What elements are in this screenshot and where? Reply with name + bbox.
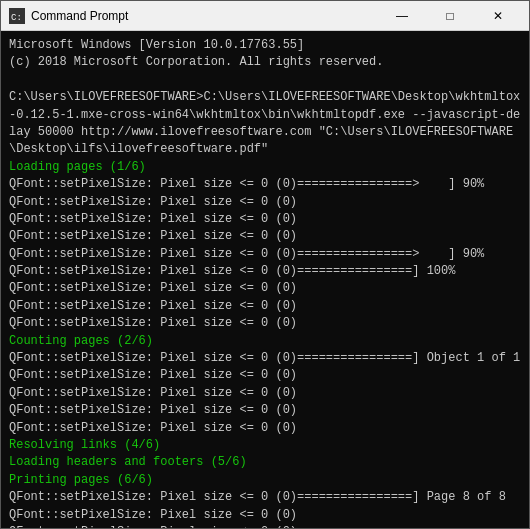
svg-text:C:: C: — [11, 13, 22, 23]
console-line: QFont::setPixelSize: Pixel size <= 0 (0)… — [9, 247, 484, 261]
console-line: Resolving links (4/6) — [9, 438, 160, 452]
console-line: QFont::setPixelSize: Pixel size <= 0 (0) — [9, 368, 297, 382]
window: C: Command Prompt — □ ✕ Microsoft Window… — [0, 0, 530, 529]
minimize-button[interactable]: — — [379, 1, 425, 31]
console-output: Microsoft Windows [Version 10.0.17763.55… — [1, 31, 529, 528]
console-line: QFont::setPixelSize: Pixel size <= 0 (0) — [9, 508, 297, 522]
console-line: QFont::setPixelSize: Pixel size <= 0 (0) — [9, 229, 297, 243]
console-line: Printing pages (6/6) — [9, 473, 153, 487]
window-title: Command Prompt — [31, 9, 379, 23]
close-button[interactable]: ✕ — [475, 1, 521, 31]
console-line: QFont::setPixelSize: Pixel size <= 0 (0) — [9, 421, 297, 435]
console-line: QFont::setPixelSize: Pixel size <= 0 (0)… — [9, 264, 455, 278]
console-line: QFont::setPixelSize: Pixel size <= 0 (0) — [9, 281, 297, 295]
title-bar: C: Command Prompt — □ ✕ — [1, 1, 529, 31]
console-line: C:\Users\ILOVEFREESOFTWARE>C:\Users\ILOV… — [9, 90, 520, 156]
console-line: (c) 2018 Microsoft Corporation. All righ… — [9, 55, 383, 69]
console-line: Counting pages (2/6) — [9, 334, 153, 348]
console-line: QFont::setPixelSize: Pixel size <= 0 (0) — [9, 299, 297, 313]
console-line: QFont::setPixelSize: Pixel size <= 0 (0) — [9, 195, 297, 209]
console-line: QFont::setPixelSize: Pixel size <= 0 (0) — [9, 316, 297, 330]
maximize-button[interactable]: □ — [427, 1, 473, 31]
window-controls: — □ ✕ — [379, 1, 521, 31]
console-line: Microsoft Windows [Version 10.0.17763.55… — [9, 38, 304, 52]
console-line: QFont::setPixelSize: Pixel size <= 0 (0) — [9, 525, 297, 528]
console-line: QFont::setPixelSize: Pixel size <= 0 (0) — [9, 403, 297, 417]
console-line: Loading headers and footers (5/6) — [9, 455, 247, 469]
console-line: QFont::setPixelSize: Pixel size <= 0 (0)… — [9, 490, 506, 504]
console-line: QFont::setPixelSize: Pixel size <= 0 (0) — [9, 212, 297, 226]
console-line: QFont::setPixelSize: Pixel size <= 0 (0)… — [9, 177, 484, 191]
cmd-icon: C: — [9, 8, 25, 24]
console-line: Loading pages (1/6) — [9, 160, 146, 174]
console-line: QFont::setPixelSize: Pixel size <= 0 (0) — [9, 386, 297, 400]
console-line: QFont::setPixelSize: Pixel size <= 0 (0)… — [9, 351, 520, 365]
